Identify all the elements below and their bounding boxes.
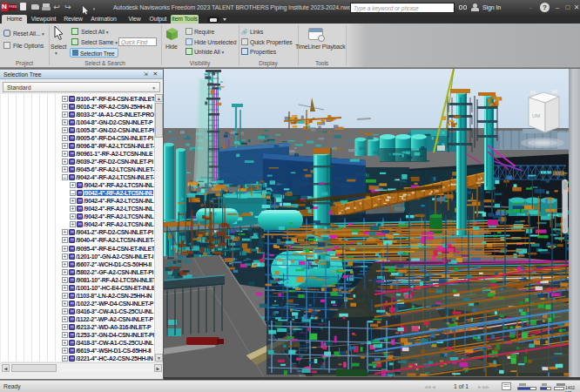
svg-text:UM: UM <box>532 113 540 118</box>
